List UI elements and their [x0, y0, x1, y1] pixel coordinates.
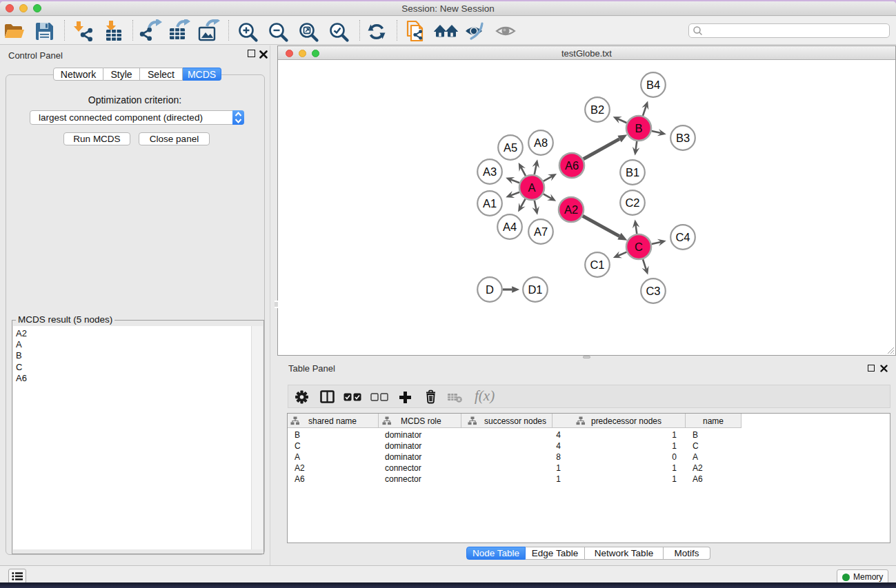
svg-text:D: D	[486, 283, 494, 296]
svg-text:C4: C4	[675, 231, 690, 243]
svg-text:B: B	[635, 122, 642, 134]
svg-text:C2: C2	[625, 196, 639, 209]
svg-text:C3: C3	[646, 285, 660, 297]
svg-text:B4: B4	[646, 79, 660, 91]
svg-text:A1: A1	[483, 197, 497, 210]
svg-text:A2: A2	[564, 203, 578, 216]
svg-text:B3: B3	[676, 132, 690, 144]
svg-text:A: A	[528, 181, 535, 194]
svg-text:A3: A3	[483, 165, 497, 178]
svg-text:A7: A7	[534, 225, 548, 238]
svg-text:C1: C1	[590, 258, 604, 271]
svg-text:A4: A4	[503, 221, 517, 233]
svg-text:A8: A8	[534, 136, 548, 149]
svg-text:A5: A5	[504, 141, 517, 154]
svg-text:A6: A6	[565, 159, 579, 172]
svg-text:D1: D1	[528, 283, 542, 296]
svg-text:B1: B1	[626, 166, 639, 179]
svg-text:B2: B2	[590, 103, 604, 116]
svg-text:C: C	[635, 241, 643, 253]
